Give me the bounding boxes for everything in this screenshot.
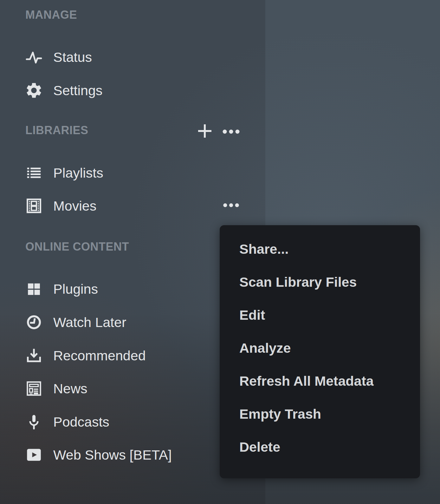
menu-item-edit[interactable]: Edit [220,298,420,331]
sidebar-item-label: Watch Later [53,312,126,332]
add-library-button[interactable] [195,121,214,141]
gear-icon [25,81,43,100]
movies-more-button[interactable] [222,196,241,214]
grid-icon [25,280,43,298]
menu-item-scan-library-files[interactable]: Scan Library Files [220,265,420,298]
section-header-manage: MANAGE [25,8,77,22]
more-icon [222,122,241,141]
menu-item-share[interactable]: Share... [220,232,420,265]
sidebar-item-settings[interactable]: Settings [0,80,263,101]
sidebar-item-label: News [53,378,87,399]
plus-icon [195,121,214,141]
sidebar-item-label: Movies [53,196,96,216]
sidebar-item-status[interactable]: Status [0,47,263,67]
activity-icon [25,48,43,66]
clock-icon [25,313,43,331]
more-icon [222,196,241,214]
library-context-menu: Share... Scan Library Files Edit Analyze… [220,225,420,478]
sidebar-item-label: Podcasts [53,412,109,432]
section-header-libraries: LIBRARIES [25,124,88,137]
sidebar-item-label: Plugins [53,279,98,299]
menu-item-analyze[interactable]: Analyze [220,331,420,364]
download-icon [25,346,43,365]
microphone-icon [25,413,43,431]
menu-item-refresh-all-metadata[interactable]: Refresh All Metadata [220,364,420,397]
newspaper-icon [25,379,43,398]
sidebar-item-label: Status [53,47,92,67]
menu-item-empty-trash[interactable]: Empty Trash [220,397,420,430]
plex-sidebar-screen: MANAGE Status Settings LIBRARIES [0,0,440,504]
sidebar-item-playlists[interactable]: Playlists [0,163,263,183]
sidebar-item-label: Recommended [53,345,146,366]
film-icon [25,197,43,215]
section-header-online-content: ONLINE CONTENT [25,240,129,253]
libraries-more-button[interactable] [222,122,241,141]
play-box-icon [25,446,43,464]
sidebar-item-label: Web Shows [BETA] [53,445,172,465]
sidebar-item-label: Playlists [53,163,103,183]
sidebar-item-label: Settings [53,80,102,101]
menu-item-delete[interactable]: Delete [220,430,420,463]
playlist-icon [25,164,43,182]
